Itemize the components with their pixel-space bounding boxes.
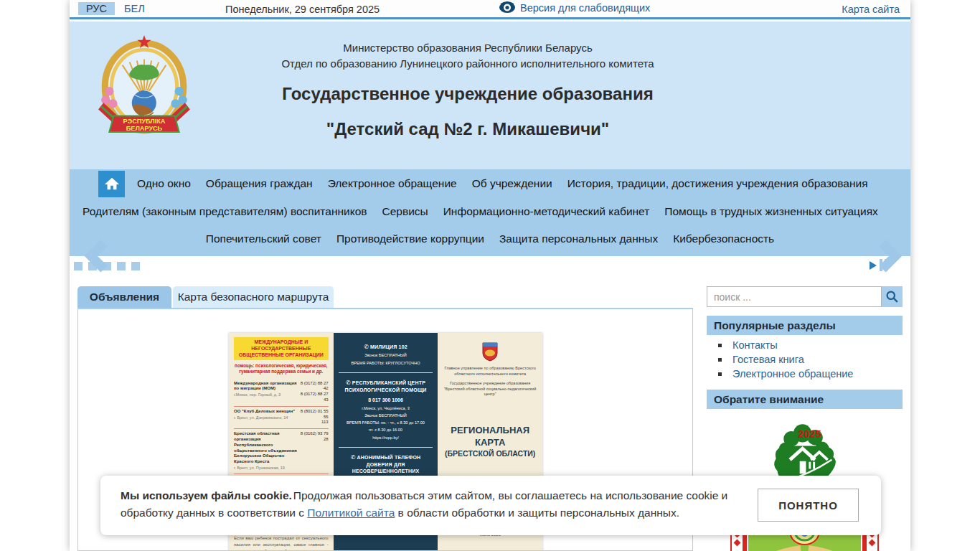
top-bar: РУС БЕЛ Понедельник, 29 сентября 2025 Ве… [70,0,910,19]
accessibility-label: Версия для слабовидящих [520,2,650,14]
site-header: РЭСПУБЛІКА БЕЛАРУСЬ Министерство образов… [70,22,910,169]
poster-title: РЕГИОНАЛЬНАЯ КАРТА [443,425,537,449]
home-icon [104,176,120,192]
nav-item-istoriya[interactable]: История, традиции, достижения учреждения… [567,177,868,190]
list-item: Контакты [707,339,903,353]
list-item: Электронное обращение [707,367,903,382]
poster-subtitle: (БРЕСТСКОЙ ОБЛАСТИ) [443,449,537,459]
nav-item-personal-data[interactable]: Защита персональных данных [499,232,658,245]
accessibility-version-link[interactable]: Версия для слабовидящих [499,1,650,14]
institution-type: Государственное учреждение образования [47,84,888,104]
nav-row-2: Родителям (законным представителям) восп… [70,198,910,225]
poster-org-row: ОО "Клуб Деловых женщин"г. Брест, ул. Дз… [234,407,329,429]
poster-left-subheader: помощь: психологическая, юридическая, гу… [234,363,329,375]
link-e-appeal[interactable]: Электронное обращение [732,368,853,380]
list-item: Гостевая книга [707,353,903,367]
phone-icon: ✆ [346,380,351,386]
nav-item-pomoshch[interactable]: Помощь в трудных жизненных ситуациях [664,205,877,218]
search-input[interactable] [707,286,882,307]
nav-row-3: Попечительский совет Противодействие кор… [70,225,910,253]
cookie-accept-button[interactable]: ПОНЯТНО [758,489,859,522]
slider-dot-4[interactable] [117,262,126,270]
nav-item-metodkabinet[interactable]: Информационно-методический кабинет [443,205,650,218]
nav-item-elektronnoe[interactable]: Электронное обращение [328,177,457,190]
lang-switch-bel[interactable]: БЕЛ [118,3,151,14]
institution-name: "Детский сад №2 г. Микашевичи" [47,119,888,139]
pause-icon [880,259,887,271]
eye-icon [499,1,516,14]
sitemap-link[interactable]: Карта сайта [842,4,900,15]
cookie-text: Мы используем файлы cookie.Продолжая пол… [121,487,752,521]
department-line: Отдел по образованию Лунинецкого районно… [47,57,888,70]
nav-row-1: Одно окно Обращения граждан Электронное … [70,169,910,198]
poster-org-row: Международная организация по миграции (М… [234,379,329,407]
phone-icon: ✆ [364,344,369,350]
play-icon [869,260,877,270]
main-nav: Одно окно Обращения граждан Электронное … [70,169,910,256]
search-button[interactable] [882,286,903,307]
nav-item-obrashcheniya[interactable]: Обращения граждан [206,177,313,190]
nav-item-servisy[interactable]: Сервисы [382,205,428,218]
slider-dot-5[interactable] [131,262,140,270]
popular-sections-list: Контакты Гостевая книга Электронное обра… [707,339,903,382]
attention-header: Обратите внимание [707,390,903,409]
svg-text:2025: 2025 [798,428,821,440]
nav-item-popechitelskiy[interactable]: Попечительский совет [206,232,321,245]
cookie-banner: Мы используем файлы cookie.Продолжая пол… [100,476,881,535]
slider-prev-arrow[interactable] [83,240,116,273]
content-column: РУС БЕЛ Понедельник, 29 сентября 2025 Ве… [70,0,910,551]
nav-item-odno-okno[interactable]: Одно окно [137,177,191,190]
current-date: Понедельник, 29 сентября 2025 [225,4,380,15]
lang-switch-rus[interactable]: РУС [78,2,115,15]
search-icon [885,290,899,303]
page: РУС БЕЛ Понедельник, 29 сентября 2025 Ве… [0,0,980,551]
slider-play-pause[interactable] [869,259,887,271]
link-guestbook[interactable]: Гостевая книга [732,354,804,365]
link-contacts[interactable]: Контакты [732,339,778,351]
slider-dot-1[interactable] [74,262,83,270]
brest-region-crest-icon [481,342,499,362]
home-button[interactable] [98,171,125,197]
nav-item-ob-uchrezhdenii[interactable]: Об учреждении [472,177,552,190]
tab-safe-route-map[interactable]: Карта безопасного маршрута [173,286,334,308]
nav-item-roditelyam[interactable]: Родителям (законным представителям) восп… [83,205,367,218]
site-policy-link[interactable]: Политикой сайта [307,507,395,519]
nav-item-kiberbezopasnost[interactable]: Кибербезопасность [673,232,774,245]
nav-item-korrupciya[interactable]: Противодействие коррупции [336,232,484,245]
popular-sections-header: Популярные разделы [707,316,903,335]
poster-org-row: Брестская областная организация Республи… [234,429,329,474]
poster-left-note: Если ваш ребенок пострадал от сексуально… [234,535,329,551]
tab-announcements[interactable]: Объявления [77,286,171,308]
poster-left-header: МЕЖДУНАРОДНЫЕ И НЕГОСУДАРСТВЕННЫЕ ОБЩЕСТ… [234,337,329,360]
ministry-line: Министерство образования Республики Бела… [47,42,888,54]
phone-icon: ✆ [351,454,356,461]
